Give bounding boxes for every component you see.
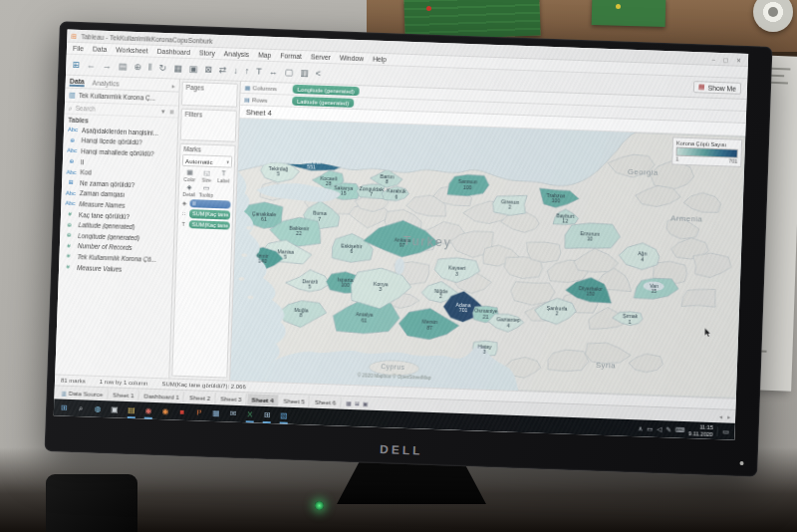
detail-button[interactable]: ◈Detail: [181, 183, 197, 197]
rows-pill[interactable]: Latitude (generated): [292, 97, 354, 108]
sheet-tab-sheet-1[interactable]: Sheet 1: [109, 389, 139, 400]
taskbar-tableau-icon[interactable]: ⊞: [261, 408, 273, 420]
pill-dim[interactable]: Il: [189, 199, 230, 209]
color-button[interactable]: ▦Color: [181, 168, 197, 182]
shelf-cards-column: Pages Filters Marks Automatic ▾ ▦Color◱S…: [169, 80, 241, 381]
menu-help[interactable]: Help: [373, 56, 387, 63]
sort-descending-icon[interactable]: ↑: [245, 67, 250, 76]
taskbar-file-explorer-icon[interactable]: ▤: [126, 403, 137, 415]
menu-server[interactable]: Server: [311, 53, 331, 61]
tab-scroll-arrows[interactable]: ◂ ▸: [719, 413, 732, 419]
sheet-tab-sheet-6[interactable]: Sheet 6: [311, 397, 342, 408]
view-options-icon[interactable]: ≣: [169, 108, 174, 115]
tab-analytics[interactable]: Analytics: [92, 79, 119, 87]
swap-axes-icon[interactable]: ⇄: [219, 66, 227, 75]
new-story-icon[interactable]: ▣: [363, 399, 369, 406]
keyboard-icon[interactable]: ⌨: [675, 425, 685, 433]
sheet-tab-dashboard-1[interactable]: Dashboard 1: [139, 390, 184, 402]
taskbar-chrome-icon[interactable]: ◉: [142, 404, 154, 416]
pages-shelf[interactable]: Pages: [181, 82, 238, 108]
taskbar-start-icon[interactable]: ⊞: [58, 401, 70, 413]
firefox-glyph: ◉: [161, 407, 168, 415]
duplicate-icon[interactable]: ▣: [189, 65, 198, 74]
notifications-icon[interactable]: ▭: [716, 426, 730, 436]
chevron-up-icon[interactable]: ∧: [638, 424, 643, 432]
map-view[interactable]: Tekirdağ5İstanbul551Kocaeli28Sakarya15Bu…: [230, 119, 745, 399]
province-value: 4: [507, 322, 510, 328]
province-value: 21: [483, 314, 489, 320]
new-dashboard-icon[interactable]: ⊞: [355, 399, 360, 406]
taskbar-store-icon[interactable]: ▦: [210, 406, 222, 418]
taskbar-mail-icon[interactable]: ✉: [227, 407, 239, 419]
mark-type-dropdown[interactable]: Automatic ▾: [182, 154, 232, 168]
fit-selector-icon[interactable]: ↔: [269, 67, 278, 76]
menu-worksheet[interactable]: Worksheet: [116, 46, 148, 54]
tableau-logo-icon[interactable]: ⊞: [72, 60, 80, 69]
label-button[interactable]: TLabel: [215, 169, 231, 183]
save-icon[interactable]: ▤: [119, 62, 128, 71]
filter-icon[interactable]: ▼: [160, 108, 166, 114]
sheet-tab-sheet-2[interactable]: Sheet 2: [185, 392, 216, 403]
mark-button-label: Label: [217, 177, 229, 183]
taskbar-cortana-icon[interactable]: ◍: [92, 402, 104, 414]
volume-icon[interactable]: ◁: [657, 425, 662, 433]
menu-data[interactable]: Data: [93, 46, 108, 54]
fix-axes-icon[interactable]: ▢: [285, 68, 294, 77]
province-value: 551: [307, 164, 316, 170]
redo-icon[interactable]: →: [103, 61, 112, 70]
share-icon[interactable]: <: [316, 69, 322, 78]
sheet-tab-sheet-3[interactable]: Sheet 3: [216, 393, 247, 404]
tab-data[interactable]: Data: [70, 77, 85, 87]
pause-icon[interactable]: ‖: [148, 63, 152, 72]
taskbar-search-icon[interactable]: ⌕: [75, 402, 87, 414]
menu-file[interactable]: File: [73, 45, 84, 52]
field-label: Hangi ilçede görüldü?: [82, 137, 142, 146]
show-mark-labels-icon[interactable]: T: [256, 67, 262, 76]
taskbar-adobe-icon[interactable]: ■: [176, 405, 188, 417]
tooltip-button[interactable]: ▭Tooltip: [198, 183, 214, 197]
chrome-glyph: ◉: [144, 406, 151, 414]
powerpoint-glyph: P: [196, 408, 202, 416]
menu-window[interactable]: Window: [340, 54, 364, 62]
new-worksheet-icon[interactable]: ▦: [346, 399, 352, 406]
display-icon[interactable]: ▭: [647, 424, 653, 432]
taskbar-excel-icon[interactable]: X: [244, 408, 256, 420]
clear-sheet-icon[interactable]: ⊠: [204, 65, 212, 74]
undo-icon[interactable]: ←: [87, 61, 96, 70]
collapse-pane-icon[interactable]: ▸: [172, 82, 175, 89]
pill-mea[interactable]: SUM(Kaç tane...: [189, 209, 230, 219]
size-icon: ◱: [203, 169, 209, 177]
presentation-mode-icon[interactable]: ▥: [300, 69, 309, 78]
text-field-icon: Abc: [65, 189, 77, 195]
province-region[interactable]: [681, 288, 716, 307]
taskbar-powerpoint-icon[interactable]: P: [193, 406, 205, 418]
size-button[interactable]: ◱Size: [198, 168, 214, 182]
window-controls[interactable]: – ▢ ✕: [712, 55, 745, 63]
pill-mea[interactable]: SUM(Kaç tane...: [189, 220, 230, 230]
field-label: Kaç tane görüldü?: [79, 211, 130, 220]
turkey-choropleth-map[interactable]: Tekirdağ5İstanbul551Kocaeli28Sakarya15Bu…: [230, 119, 745, 399]
pen-icon[interactable]: ✎: [665, 425, 671, 433]
menu-map[interactable]: Map: [258, 51, 271, 58]
window-title: Tableau - TekKullanimlikKoronaCopuSonbur…: [81, 33, 212, 45]
taskbar-clock[interactable]: 11:15 9.11.2020: [688, 423, 713, 437]
columns-pill[interactable]: Longitude (generated): [293, 85, 360, 96]
show-me-button[interactable]: ▦ Show Me: [693, 81, 741, 95]
sort-ascending-icon[interactable]: ↓: [233, 66, 238, 75]
refresh-icon[interactable]: ↻: [159, 63, 167, 72]
add-data-icon[interactable]: ⊕: [133, 63, 141, 72]
sheet-tab-sheet-5[interactable]: Sheet 5: [279, 395, 310, 406]
taskbar-firefox-icon[interactable]: ◉: [159, 405, 171, 417]
new-worksheet-icon[interactable]: ▦: [173, 64, 182, 73]
menu-analysis[interactable]: Analysis: [224, 50, 250, 58]
menu-format[interactable]: Format: [280, 52, 302, 60]
sheet-tab-sheet-4[interactable]: Sheet 4: [247, 394, 278, 405]
taskbar-task-view-icon[interactable]: ▣: [109, 403, 121, 415]
menu-dashboard[interactable]: Dashboard: [157, 48, 190, 56]
color-legend[interactable]: Korona Çöpü Sayısı 1 701: [671, 136, 742, 166]
menu-story[interactable]: Story: [199, 49, 215, 57]
taskbar-photos-icon[interactable]: ▧: [278, 409, 290, 421]
sheet-tab-data-source[interactable]: ▥Data Source: [57, 387, 108, 399]
filters-shelf[interactable]: Filters: [180, 109, 237, 142]
province-value: 28: [326, 180, 332, 186]
